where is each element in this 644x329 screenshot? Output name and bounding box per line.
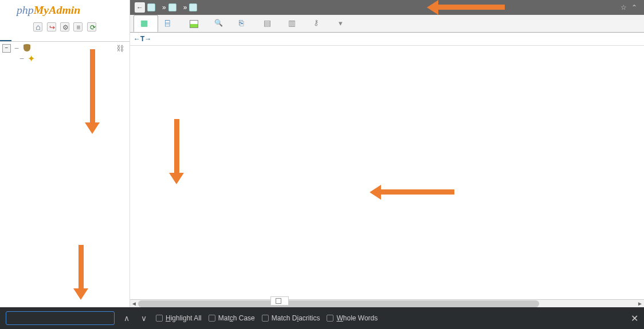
col-option-value[interactable] <box>592 33 644 46</box>
nav-back-button[interactable]: ← <box>135 2 145 13</box>
search-icon <box>214 19 223 28</box>
db-tree: ⛓ − – – <box>0 42 129 307</box>
privileges-icon <box>312 19 321 28</box>
database-icon <box>22 43 32 53</box>
more-icon <box>337 19 346 28</box>
find-bar: ∧ ∨ Highlight All Match Case Match Diacr… <box>0 307 644 329</box>
tab-more[interactable] <box>331 15 355 32</box>
tab-sql[interactable] <box>183 15 207 32</box>
results-grid-wrapper: ←T→ <box>130 33 644 299</box>
col-option-id[interactable] <box>472 33 523 46</box>
docs-icon[interactable] <box>73 22 83 31</box>
main-tabbar <box>130 15 644 33</box>
server-icon <box>147 3 155 11</box>
find-whole-words[interactable]: Whole Words <box>327 314 378 322</box>
export-icon <box>263 19 272 28</box>
tab-search[interactable] <box>207 15 232 32</box>
find-match-case[interactable]: Match Case <box>209 314 255 322</box>
collapse-header-icon[interactable]: ⌃ <box>629 3 639 11</box>
phpmyadmin-logo: phpMyAdmin <box>0 0 129 21</box>
main-panel: ← » » ☆ ⌃ <box>130 0 644 307</box>
tab-insert[interactable] <box>232 15 257 32</box>
scroll-right-arrow[interactable]: ► <box>636 300 644 308</box>
tab-browse[interactable] <box>133 15 158 32</box>
tab-import[interactable] <box>281 15 306 32</box>
exit-icon[interactable] <box>47 22 56 31</box>
find-prev-button[interactable]: ∧ <box>121 314 132 323</box>
move-columns-handle[interactable]: ←T→ <box>130 33 317 46</box>
table-icon <box>189 3 197 11</box>
find-diacritics[interactable]: Match Diacritics <box>262 314 320 322</box>
horizontal-scrollbar[interactable]: ◄ ► <box>130 299 644 307</box>
collapse-icon[interactable]: − <box>2 44 11 53</box>
structure-icon <box>164 19 174 28</box>
find-highlight-all[interactable]: Highlight All <box>156 314 202 322</box>
sidebar-tabs <box>0 35 129 42</box>
console-icon <box>276 298 281 304</box>
reload-icon[interactable] <box>87 22 96 31</box>
results-grid: ←T→ <box>130 33 644 46</box>
tab-recent[interactable] <box>0 35 11 41</box>
db-current[interactable]: − – <box>0 43 129 53</box>
scroll-left-arrow[interactable]: ◄ <box>130 300 138 308</box>
find-input[interactable] <box>6 311 115 325</box>
sidebar-toolbar <box>0 21 129 35</box>
new-table[interactable]: – <box>0 53 129 64</box>
find-next-button[interactable]: ∨ <box>139 314 149 323</box>
svg-text:phpMyAdmin: phpMyAdmin <box>15 3 81 16</box>
tab-structure[interactable] <box>158 15 183 32</box>
import-icon <box>288 19 297 28</box>
link-icon[interactable]: ⛓ <box>116 44 124 53</box>
tab-export[interactable] <box>257 15 281 32</box>
console-toggle[interactable] <box>270 296 289 306</box>
browse-icon <box>140 19 149 28</box>
sidebar: phpMyAdmin ⛓ − – – <box>0 0 130 307</box>
database-icon <box>168 3 176 11</box>
sql-icon <box>189 19 198 28</box>
breadcrumb: ← » » ☆ ⌃ <box>130 0 644 15</box>
col-option-name[interactable] <box>524 33 592 46</box>
home-icon[interactable] <box>33 22 42 31</box>
find-close-button[interactable]: ✕ <box>631 313 638 324</box>
favorite-star-icon[interactable]: ☆ <box>621 3 627 11</box>
tab-favorites[interactable] <box>11 35 23 41</box>
gear-icon[interactable] <box>60 22 69 31</box>
insert-icon <box>238 19 248 28</box>
new-star-icon <box>28 54 37 63</box>
tab-privileges[interactable] <box>306 15 331 32</box>
scroll-thumb[interactable] <box>138 300 539 307</box>
